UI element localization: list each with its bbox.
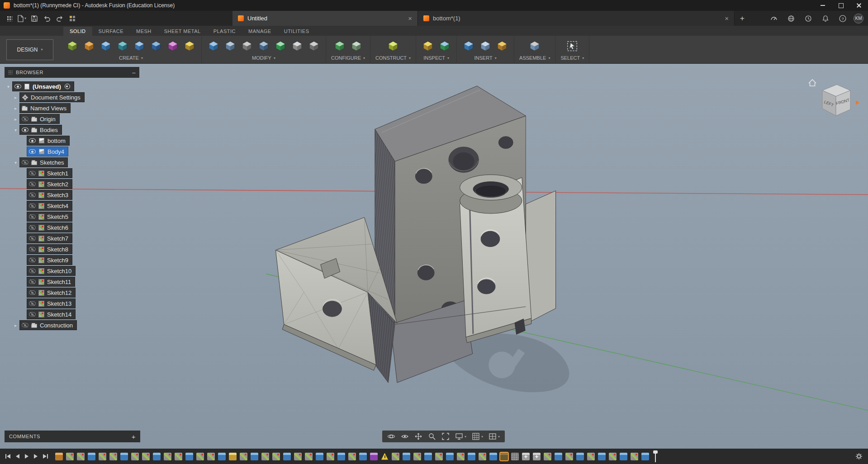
zoom-button[interactable] xyxy=(426,431,438,442)
skip-to-end-button[interactable] xyxy=(43,454,48,459)
close-tab-icon[interactable]: × xyxy=(725,15,729,22)
sweep-icon[interactable] xyxy=(149,39,163,53)
browser-item-bottom[interactable]: bottom xyxy=(19,136,154,146)
user-avatar[interactable]: KM xyxy=(854,14,863,24)
timeline-feature-sketch[interactable] xyxy=(142,453,150,460)
redo-button[interactable] xyxy=(53,13,66,24)
combine-icon[interactable] xyxy=(274,39,287,53)
visibility-eye-icon[interactable] xyxy=(29,171,36,175)
move-copy-icon[interactable] xyxy=(290,39,304,53)
timeline-feature-sketch[interactable] xyxy=(565,453,573,460)
insert-derive-icon[interactable] xyxy=(462,39,475,53)
timeline-feature-sketch[interactable] xyxy=(77,453,85,460)
visibility-eye-icon[interactable] xyxy=(29,290,36,295)
timeline-feature-sketch[interactable] xyxy=(240,453,247,460)
visibility-eye-icon[interactable] xyxy=(29,247,36,251)
timeline-feature-sketch[interactable] xyxy=(348,453,356,460)
construction-plane-icon[interactable] xyxy=(386,39,400,53)
browser-item-sketch11[interactable]: Sketch11 xyxy=(19,277,154,287)
visibility-eye-icon[interactable] xyxy=(29,269,36,273)
visibility-eye-icon[interactable] xyxy=(29,301,36,306)
timeline-feature-extrude[interactable] xyxy=(641,453,649,460)
timeline-feature-sketch[interactable] xyxy=(175,453,182,460)
timeline-feature-extrude[interactable] xyxy=(598,453,606,460)
timeline-feature-sketch[interactable] xyxy=(261,453,269,460)
visibility-eye-icon[interactable] xyxy=(29,204,36,208)
revolve-icon[interactable] xyxy=(116,39,129,53)
timeline-feature-mirror[interactable] xyxy=(500,453,508,460)
timeline-feature-sketch[interactable] xyxy=(392,453,399,460)
timeline-feature-extrude[interactable] xyxy=(88,453,95,460)
browser-item-construction[interactable]: ▸Construction xyxy=(12,320,154,330)
timeline-feature-sketch[interactable] xyxy=(609,453,617,460)
change-parameters-icon[interactable] xyxy=(307,39,321,53)
timeline-feature-extrude[interactable] xyxy=(403,453,410,460)
timeline-feature-mesh[interactable] xyxy=(511,453,519,460)
ribbon-tab-mesh[interactable]: MESH xyxy=(130,27,158,36)
file-menu-button[interactable]: ▾ xyxy=(15,13,28,24)
browser-item-sketch6[interactable]: Sketch6 xyxy=(19,223,154,232)
new-document-tab-button[interactable]: + xyxy=(735,11,750,26)
timeline-feature-sketch[interactable] xyxy=(479,453,486,460)
shell-icon[interactable] xyxy=(240,39,254,53)
timeline-feature-extrude[interactable] xyxy=(185,453,193,460)
new-component-icon[interactable] xyxy=(528,39,541,53)
minimize-button[interactable] xyxy=(814,0,832,11)
timeline-feature-sketch[interactable] xyxy=(109,453,117,460)
close-button[interactable] xyxy=(850,0,868,11)
timeline-feature-extrude[interactable] xyxy=(620,453,627,460)
data-panel-toggle[interactable] xyxy=(3,13,15,24)
ribbon-tab-sheet-metal[interactable]: SHEET METAL xyxy=(158,27,207,36)
timeline-feature-extrude[interactable] xyxy=(446,453,454,460)
select-icon[interactable] xyxy=(565,39,579,53)
timeline-feature-sketch[interactable] xyxy=(631,453,638,460)
pan-button[interactable] xyxy=(412,431,425,442)
timeline-feature-sketch[interactable] xyxy=(544,453,551,460)
configuration-table-icon[interactable] xyxy=(350,39,363,53)
primitive-icon[interactable] xyxy=(133,39,146,53)
ribbon-group-label[interactable]: ASSEMBLE▾ xyxy=(519,55,550,61)
view-cube[interactable]: LEFT FRONT xyxy=(807,77,861,124)
browser-item-sketch7[interactable]: Sketch7 xyxy=(19,233,154,243)
browser-header[interactable]: BROWSER – xyxy=(5,67,139,78)
timeline-feature-extrude[interactable] xyxy=(424,453,432,460)
visibility-eye-icon[interactable] xyxy=(22,117,28,121)
browser-item-unsaved[interactable]: ▾(Unsaved) xyxy=(5,81,154,91)
ribbon-group-label[interactable]: SELECT▾ xyxy=(560,55,584,61)
activity-button[interactable] xyxy=(802,13,815,24)
browser-item-sketches[interactable]: ▾Sketches xyxy=(12,157,154,167)
document-tab-bottom-1[interactable]: bottom*(1)× xyxy=(418,11,735,26)
browser-item-sketch1[interactable]: Sketch1 xyxy=(19,168,154,178)
timeline-feature-sketch[interactable] xyxy=(131,453,139,460)
expand-caret-icon[interactable]: ▾ xyxy=(12,160,19,165)
expand-caret-icon[interactable]: ▸ xyxy=(12,106,19,111)
fit-button[interactable] xyxy=(439,431,452,442)
browser-item-sketch2[interactable]: Sketch2 xyxy=(19,179,154,189)
help-button[interactable]: ? xyxy=(836,13,849,24)
comments-bar[interactable]: COMMENTS + xyxy=(5,431,140,442)
expand-caret-icon[interactable]: ▾ xyxy=(5,84,12,89)
draft-icon[interactable] xyxy=(257,39,270,53)
configure-icon[interactable] xyxy=(333,39,346,53)
visibility-eye-icon[interactable] xyxy=(22,160,28,165)
browser-item-body4[interactable]: Body4 xyxy=(19,147,154,156)
play-button[interactable] xyxy=(25,454,28,459)
timeline-feature-extrude[interactable] xyxy=(359,453,367,460)
display-settings-button[interactable]: ▾ xyxy=(453,431,469,442)
timeline-feature-extrude[interactable] xyxy=(283,453,291,460)
timeline-feature-sketch[interactable] xyxy=(327,453,334,460)
timeline-feature-sketch[interactable] xyxy=(207,453,215,460)
visibility-eye-icon[interactable] xyxy=(29,138,36,143)
browser-item-document-settings[interactable]: ▸Document Settings xyxy=(12,92,154,102)
browser-item-origin[interactable]: ▸Origin xyxy=(12,114,154,124)
undo-button[interactable] xyxy=(41,13,53,24)
orbit-button[interactable] xyxy=(385,431,398,442)
timeline-feature-form[interactable] xyxy=(55,453,63,460)
visibility-eye-icon[interactable] xyxy=(29,182,36,186)
expand-caret-icon[interactable]: ▸ xyxy=(12,95,19,100)
visibility-eye-icon[interactable] xyxy=(22,128,28,132)
ribbon-group-label[interactable]: INSERT▾ xyxy=(474,55,497,61)
visibility-eye-icon[interactable] xyxy=(29,214,36,219)
browser-item-sketch9[interactable]: Sketch9 xyxy=(19,255,154,265)
create-form-icon[interactable] xyxy=(82,39,96,53)
